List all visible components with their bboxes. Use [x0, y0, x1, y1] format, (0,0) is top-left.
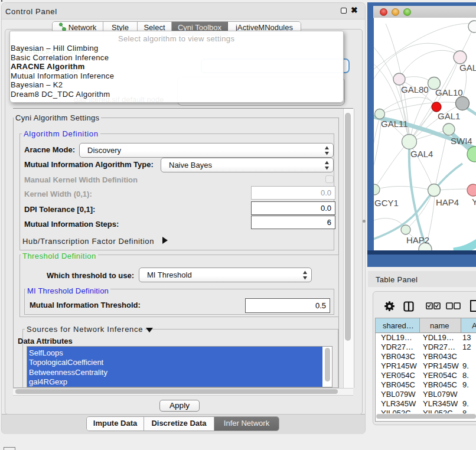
svg-text:GAL11: GAL11 [381, 119, 408, 129]
svg-text:HAP2: HAP2 [406, 235, 429, 245]
svg-text:Y: Y [472, 197, 476, 207]
svg-text:HAP4: HAP4 [436, 197, 459, 207]
svg-text:GCY1: GCY1 [374, 198, 399, 208]
svg-text:GAL1: GAL1 [438, 111, 460, 121]
svg-text:GAL4: GAL4 [410, 149, 433, 159]
svg-text:GAL7: GAL7 [459, 63, 476, 73]
svg-text:SWI4: SWI4 [451, 136, 472, 146]
svg-text:GAL80: GAL80 [401, 84, 429, 94]
svg-text:GAL10: GAL10 [435, 87, 463, 97]
